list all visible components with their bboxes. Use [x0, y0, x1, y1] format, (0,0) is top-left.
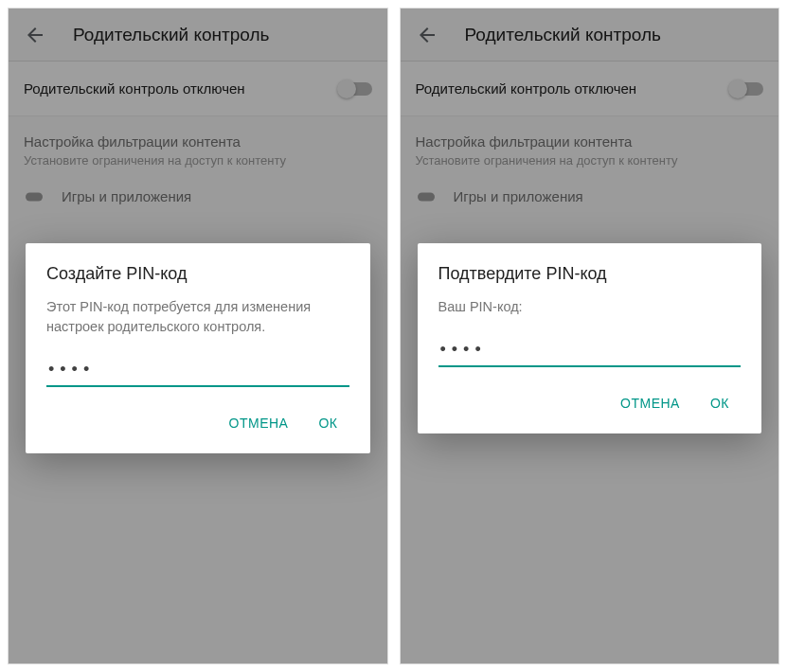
screen-confirm-pin: Родительский контроль Родительский контр…: [400, 8, 780, 664]
pin-input[interactable]: [438, 334, 742, 367]
appbar-title: Родительский контроль: [73, 25, 269, 45]
ok-button[interactable]: ОК: [307, 408, 349, 438]
toggle-switch-icon[interactable]: [731, 82, 763, 96]
list-item-label: Игры и приложения: [62, 188, 191, 204]
toggle-label: Родительский контроль отключен: [24, 80, 245, 97]
parental-control-toggle-row[interactable]: Родительский контроль отключен: [401, 62, 779, 116]
gamepad-icon: [26, 190, 43, 203]
back-arrow-icon[interactable]: [24, 24, 46, 46]
ok-button[interactable]: ОК: [699, 388, 741, 418]
dialog-body: Ваш PIN-код:: [438, 297, 742, 317]
dialog-title: Подтвердите PIN-код: [438, 264, 742, 284]
svg-rect-1: [418, 192, 435, 201]
create-pin-dialog: Создайте PIN-код Этот PIN-код потребуетс…: [26, 243, 370, 453]
pin-input[interactable]: [46, 354, 349, 387]
svg-rect-0: [26, 192, 43, 201]
toggle-switch-icon[interactable]: [340, 82, 372, 96]
filter-section-title: Настройка фильтрации контента: [24, 133, 372, 150]
dialog-body: Этот PIN-код потребуется для изменения н…: [46, 297, 349, 337]
content-filter-section: Настройка фильтрации контента Установите…: [9, 116, 387, 171]
dialog-actions: ОТМЕНА ОК: [46, 408, 349, 444]
appbar: Родительский контроль: [9, 9, 387, 62]
filter-section-title: Настройка фильтрации контента: [416, 133, 764, 150]
confirm-pin-dialog: Подтвердите PIN-код Ваш PIN-код: ОТМЕНА …: [418, 243, 762, 433]
appbar: Родительский контроль: [401, 9, 779, 62]
dialog-actions: ОТМЕНА ОК: [438, 388, 742, 424]
parental-control-toggle-row[interactable]: Родительский контроль отключен: [9, 62, 387, 116]
content-filter-section: Настройка фильтрации контента Установите…: [401, 116, 779, 171]
cancel-button[interactable]: ОТМЕНА: [609, 388, 691, 418]
cancel-button[interactable]: ОТМЕНА: [218, 408, 300, 438]
appbar-title: Родительский контроль: [465, 25, 661, 45]
back-arrow-icon[interactable]: [416, 24, 438, 46]
list-item-games-apps[interactable]: Игры и приложения: [9, 171, 387, 221]
screen-create-pin: Родительский контроль Родительский контр…: [8, 8, 388, 664]
filter-section-subtitle: Установите ограничения на доступ к конте…: [24, 153, 372, 168]
filter-section-subtitle: Установите ограничения на доступ к конте…: [416, 153, 764, 168]
list-item-label: Игры и приложения: [454, 188, 583, 204]
toggle-label: Родительский контроль отключен: [416, 80, 637, 97]
dialog-title: Создайте PIN-код: [46, 264, 349, 284]
list-item-games-apps[interactable]: Игры и приложения: [401, 171, 779, 221]
gamepad-icon: [418, 190, 435, 203]
